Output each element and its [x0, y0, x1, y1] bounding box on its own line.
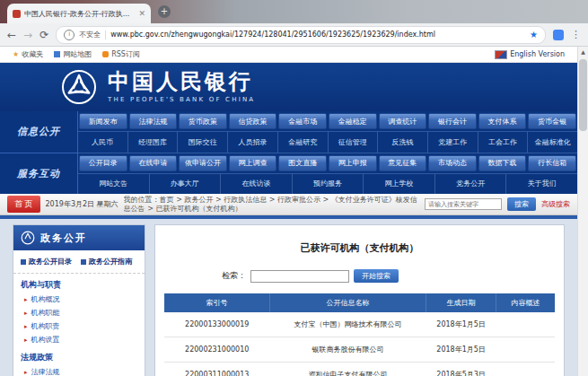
nav-link[interactable]: 意见征集: [379, 155, 427, 171]
nav-link[interactable]: 网上调查: [229, 155, 277, 171]
new-tab-button[interactable]: +: [158, 5, 171, 18]
nav-link[interactable]: 行长信箱: [528, 155, 576, 171]
col-generated-date: 生成日期: [426, 293, 496, 312]
nav-link[interactable]: 征信管理: [329, 132, 379, 152]
nav-link[interactable]: 反洗钱: [378, 132, 428, 152]
nav-link[interactable]: 网上申报: [329, 155, 377, 171]
bookmark-star-icon[interactable]: ★: [530, 30, 538, 39]
nav-link[interactable]: 依申请公开: [179, 155, 227, 171]
star-icon: ★: [13, 50, 19, 58]
favorites-link[interactable]: ★ 收藏夹: [13, 49, 43, 59]
nav-link[interactable]: 调查统计: [379, 113, 427, 129]
summary-cell: [496, 337, 555, 363]
nav-link[interactable]: 国际交往: [178, 132, 228, 152]
nav-link[interactable]: 在线申请: [129, 155, 178, 171]
refresh-icon[interactable]: ⟳: [39, 30, 48, 40]
nav-link[interactable]: 公开目录: [79, 155, 127, 171]
nav-link[interactable]: 工会工作: [478, 132, 529, 152]
favorites-label: 收藏夹: [22, 49, 43, 59]
english-version-link[interactable]: English Version: [495, 50, 565, 59]
date-cell: 2018年1月5日: [426, 312, 496, 337]
sidebar-item-label: 法律法规: [31, 367, 60, 376]
start-search-button[interactable]: 开始搜索: [354, 269, 399, 283]
nav-link[interactable]: 数据下载: [478, 155, 527, 171]
info-name-cell[interactable]: 资和信电子支付有限公司: [269, 363, 426, 376]
nav-link[interactable]: 金融市场: [278, 113, 327, 129]
nav-link[interactable]: 党建工作: [428, 132, 478, 152]
forward-icon[interactable]: →: [23, 30, 32, 40]
tab-title: 中国人民银行-政务公开-行政执...: [24, 9, 135, 19]
site-search-input[interactable]: [425, 198, 502, 210]
arrow-bullet-icon: ▸: [24, 337, 28, 344]
rss-icon: [102, 51, 109, 57]
extension-icon[interactable]: [553, 30, 564, 40]
nav-link[interactable]: 银行会计: [428, 113, 477, 129]
sidebar-logo-icon: [21, 231, 35, 245]
close-tab-icon[interactable]: ✕: [138, 9, 145, 18]
sidebar-section-title: 机构与职责: [13, 274, 145, 293]
nav-link[interactable]: 市场动态: [428, 155, 477, 171]
info-name-cell[interactable]: 银联商务股份有限公司: [269, 337, 426, 363]
nav-row-2: 人民币 经理国库 国际交往 人员招录 金融研究 征信管理 反洗钱 党建工作 工会…: [78, 132, 577, 153]
disclosure-directory-link[interactable]: 政务公开目录: [21, 257, 72, 267]
nav-link[interactable]: 信贷政策: [229, 113, 277, 129]
sidebar-item[interactable]: ▸ 法律法规: [13, 365, 145, 376]
back-icon[interactable]: ←: [7, 30, 16, 40]
nav-link[interactable]: 经理国库: [128, 132, 179, 152]
nav-link[interactable]: 预约服务: [293, 174, 364, 194]
nav-link[interactable]: 党务公开: [435, 174, 507, 194]
disclosure-guide-link[interactable]: 政务公开指南: [81, 257, 132, 267]
sidebar-item[interactable]: ▸ 机构职能: [13, 306, 145, 319]
arrow-bullet-icon: ▸: [24, 323, 28, 330]
scrollbar-thumb[interactable]: [579, 59, 587, 131]
breadcrumb[interactable]: 我的位置：首页 > 政务公开 > 行政执法信息 > 行政审批公示 > 《支付业务…: [124, 196, 419, 214]
info-name-cell[interactable]: 支付宝（中国）网络技术有限公司: [269, 312, 426, 337]
scroll-up-arrow[interactable]: ▲: [578, 47, 588, 57]
site-search-button[interactable]: 搜索: [507, 197, 536, 211]
advanced-search-link[interactable]: 高级搜索: [541, 199, 570, 209]
nav-link[interactable]: 法律法规: [129, 113, 178, 129]
record-search-input[interactable]: [250, 270, 349, 283]
rss-link[interactable]: RSS订阅: [102, 49, 140, 59]
col-info-name: 公开信息名称: [269, 293, 426, 312]
sidebar-item[interactable]: ▸ 机构设置: [13, 333, 145, 346]
page-scrollbar[interactable]: ▲: [577, 47, 588, 376]
nav-link[interactable]: 金融稳定: [329, 113, 377, 129]
nav-link[interactable]: 金融研究: [278, 132, 329, 152]
nav-link[interactable]: 支付体系: [478, 113, 527, 129]
arrow-bullet-icon: ▸: [24, 369, 28, 376]
summary-cell: [496, 363, 555, 376]
sidebar-item[interactable]: ▸ 机构职责: [13, 319, 145, 333]
sidebar-item[interactable]: ▸ 机构概况: [13, 293, 145, 306]
nav-row-1: 新闻发布 法律法规 货币政策 信贷政策 金融市场 金融稳定 调查统计 银行会计 …: [78, 111, 577, 132]
sidebar: 政务公开 政务公开目录 政务公开指南 机构与职责 ▸ 机构概况: [13, 224, 145, 376]
info-icon[interactable]: i: [64, 30, 75, 40]
nav-link[interactable]: 关于我们: [506, 174, 577, 194]
nav-link[interactable]: 货币金银: [528, 113, 576, 129]
browser-window: 中国人民银行-政务公开-行政执... ✕ + ← → ⟳ i 不安全 www.p…: [0, 0, 588, 376]
nav-link[interactable]: 办事大厅: [150, 174, 222, 194]
tab-strip: 中国人民银行-政务公开-行政执... ✕ +: [0, 0, 588, 23]
nav-link[interactable]: 金融标准化: [528, 132, 577, 152]
nav-link[interactable]: 图文直播: [278, 155, 327, 171]
nav-group-service-interaction[interactable]: 服务互动: [0, 153, 77, 195]
divider: [105, 31, 106, 39]
nav-link[interactable]: 在线访谈: [221, 174, 293, 194]
nav-link[interactable]: 人员招录: [228, 132, 278, 152]
nav-group-info-disclosure[interactable]: 信息公开: [0, 111, 77, 153]
menu-icon[interactable]: ⋮: [571, 29, 581, 40]
index-number-cell: 22000311000013: [164, 363, 269, 376]
nav-link[interactable]: 网上学校: [364, 174, 435, 194]
address-bar[interactable]: i 不安全 www.pbc.gov.cn/zhengwugongkai/1279…: [56, 26, 546, 44]
nav-link[interactable]: 人民币: [78, 132, 128, 152]
nav-link[interactable]: 新闻发布: [79, 113, 127, 129]
nav-link[interactable]: 货币政策: [179, 113, 227, 129]
arrow-bullet-icon: ▸: [24, 296, 28, 303]
sidebar-top-links: 政务公开目录 政务公开指南: [13, 250, 145, 274]
sitemap-link[interactable]: 网站地图: [54, 49, 92, 59]
sidebar-title: 政务公开: [40, 232, 87, 245]
nav-link[interactable]: 网站文告: [78, 174, 150, 194]
sidebar-item-label: 机构职能: [31, 308, 60, 318]
browser-tab[interactable]: 中国人民银行-政务公开-行政执... ✕: [7, 4, 151, 23]
home-button[interactable]: 首 页: [7, 196, 40, 213]
